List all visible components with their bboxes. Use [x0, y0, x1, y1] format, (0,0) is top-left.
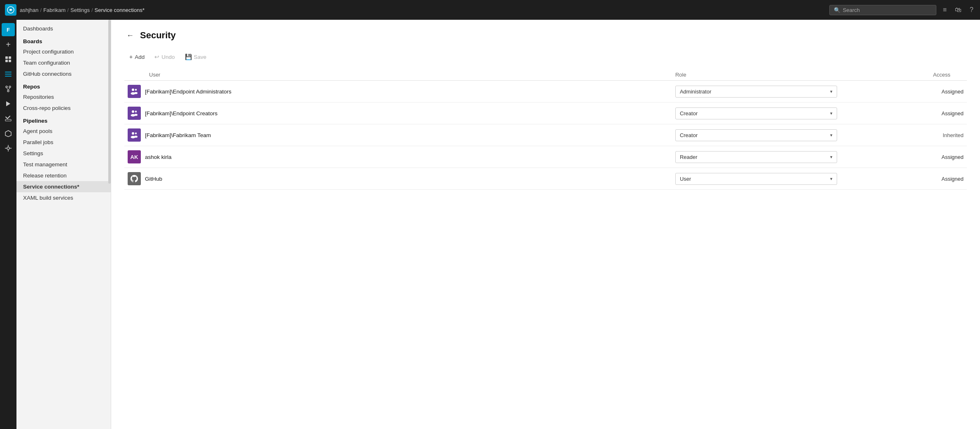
breadcrumb-user[interactable]: ashjhan	[20, 7, 39, 13]
list-icon[interactable]: ≡	[941, 5, 948, 15]
group-avatar	[128, 107, 141, 120]
svg-point-9	[9, 86, 11, 88]
role-cell-endpoint-creators: Creator▾	[672, 103, 840, 124]
undo-button[interactable]: ↩ Undo	[149, 51, 180, 63]
sidebar-scrollbar[interactable]	[108, 20, 111, 184]
breadcrumb: ashjhan / Fabrikam / Settings / Service …	[20, 7, 826, 13]
org-logo[interactable]	[5, 4, 16, 16]
sidebar-item-service-connections[interactable]: Service connections*	[16, 181, 111, 192]
role-value-github: User	[680, 176, 691, 182]
user-cell-inner: [Fabrikam]\Endpoint Administrators	[128, 85, 669, 98]
role-dropdown-endpoint-admins[interactable]: Administrator▾	[675, 86, 837, 98]
sidebar-item-dashboards[interactable]: Dashboards	[16, 23, 111, 34]
svg-rect-4	[9, 60, 11, 62]
svg-marker-15	[5, 131, 11, 137]
sidebar: Dashboards Boards Project configuration …	[16, 20, 111, 429]
role-dropdown-ashok-kirla[interactable]: Reader▾	[675, 151, 837, 163]
sidebar-item-repositories[interactable]: Repositories	[16, 91, 111, 103]
dropdown-arrow: ▾	[830, 89, 833, 94]
save-button[interactable]: 💾 Save	[180, 51, 212, 63]
sidebar-item-xaml-build[interactable]: XAML build services	[16, 192, 111, 203]
user-name-github: GitHub	[145, 176, 162, 182]
svg-point-10	[7, 90, 9, 92]
user-cell-endpoint-admins: [Fabrikam]\Endpoint Administrators	[124, 81, 672, 103]
svg-point-8	[6, 86, 7, 88]
repos-nav-icon[interactable]	[2, 82, 15, 96]
access-cell-endpoint-creators: Assigned	[840, 103, 967, 124]
content-area: ← Security + Add ↩ Undo 💾 Save	[111, 20, 980, 429]
boards-nav-icon[interactable]	[2, 68, 15, 81]
role-value-fabrikam-team: Creator	[680, 132, 698, 138]
user-cell-inner: [Fabrikam]\Endpoint Creators	[128, 107, 669, 120]
add-button[interactable]: + Add	[124, 51, 149, 63]
role-dropdown-github[interactable]: User▾	[675, 173, 837, 185]
access-cell-ashok-kirla: Assigned	[840, 146, 967, 168]
table-row: AKashok kirlaReader▾Assigned	[124, 146, 967, 168]
svg-point-16	[7, 147, 9, 149]
project-icon[interactable]: F	[2, 23, 15, 36]
save-label: Save	[194, 54, 207, 60]
table-row: [Fabrikam]\Endpoint CreatorsCreator▾Assi…	[124, 103, 967, 124]
svg-rect-1	[5, 56, 8, 59]
breadcrumb-page[interactable]: Service connections*	[95, 7, 145, 13]
user-cell-fabrikam-team: [Fabrikam]\Fabrikam Team	[124, 124, 672, 146]
svg-point-22	[135, 89, 137, 91]
svg-point-30	[135, 133, 137, 134]
sidebar-item-parallel-jobs[interactable]: Parallel jobs	[16, 137, 111, 148]
person-avatar-ashok-kirla: AK	[128, 150, 141, 163]
svg-line-11	[7, 88, 8, 90]
save-icon: 💾	[185, 54, 192, 60]
add-icon[interactable]: +	[2, 38, 15, 51]
table-row: GitHubUser▾Assigned	[124, 168, 967, 190]
role-cell-github: User▾	[672, 168, 840, 190]
topbar-right: 🔍 Search ≡ 🛍 ?	[829, 5, 975, 15]
extensions-nav-icon[interactable]	[2, 142, 15, 155]
dropdown-arrow: ▾	[830, 133, 833, 138]
back-button[interactable]: ←	[124, 30, 136, 41]
col-header-access: Access	[840, 69, 967, 81]
artifacts-nav-icon[interactable]	[2, 127, 15, 140]
svg-point-24	[134, 92, 138, 94]
breadcrumb-project[interactable]: Fabrikam	[43, 7, 65, 13]
security-table: User Role Access [Fabrikam]\Endpoint Adm…	[124, 69, 967, 190]
sidebar-item-team-config[interactable]: Team configuration	[16, 57, 111, 68]
bag-icon[interactable]: 🛍	[953, 5, 963, 15]
pipelines-nav-icon[interactable]	[2, 97, 15, 110]
sidebar-item-github-connections[interactable]: GitHub connections	[16, 68, 111, 79]
undo-icon: ↩	[154, 54, 159, 60]
help-icon[interactable]: ?	[968, 5, 975, 15]
sidebar-item-release-retention[interactable]: Release retention	[16, 170, 111, 181]
security-panel: ← Security + Add ↩ Undo 💾 Save	[111, 20, 980, 200]
dropdown-arrow: ▾	[830, 111, 833, 116]
overview-nav-icon[interactable]	[2, 53, 15, 66]
access-cell-endpoint-admins: Assigned	[840, 81, 967, 103]
user-cell-inner: AKashok kirla	[128, 150, 669, 163]
user-cell-inner: GitHub	[128, 172, 669, 185]
search-box[interactable]: 🔍 Search	[829, 5, 936, 15]
svg-point-26	[135, 111, 137, 112]
testplans-nav-icon[interactable]	[2, 112, 15, 125]
sidebar-item-project-config[interactable]: Project configuration	[16, 46, 111, 57]
access-cell-fabrikam-team: Inherited	[840, 124, 967, 146]
security-header: ← Security	[124, 30, 967, 41]
sidebar-item-agent-pools[interactable]: Agent pools	[16, 126, 111, 137]
sidebar-item-cross-repo[interactable]: Cross-repo policies	[16, 103, 111, 114]
sidebar-item-settings[interactable]: Settings	[16, 148, 111, 159]
table-row: [Fabrikam]\Endpoint AdministratorsAdmini…	[124, 81, 967, 103]
main-layout: F + Dashboards Boards Project configurat…	[0, 20, 980, 429]
svg-marker-13	[6, 101, 10, 106]
undo-label: Undo	[161, 54, 175, 60]
svg-rect-2	[9, 56, 11, 59]
dropdown-arrow: ▾	[830, 176, 833, 182]
breadcrumb-section[interactable]: Settings	[70, 7, 90, 13]
sidebar-item-test-management[interactable]: Test management	[16, 159, 111, 170]
role-cell-ashok-kirla: Reader▾	[672, 146, 840, 168]
role-dropdown-fabrikam-team[interactable]: Creator▾	[675, 129, 837, 141]
topbar: ashjhan / Fabrikam / Settings / Service …	[0, 0, 980, 20]
role-value-ashok-kirla: Reader	[680, 154, 698, 160]
dropdown-arrow: ▾	[830, 154, 833, 160]
svg-point-25	[132, 110, 134, 113]
user-cell-github: GitHub	[124, 168, 672, 190]
role-dropdown-endpoint-creators[interactable]: Creator▾	[675, 107, 837, 119]
user-cell-endpoint-creators: [Fabrikam]\Endpoint Creators	[124, 103, 672, 124]
